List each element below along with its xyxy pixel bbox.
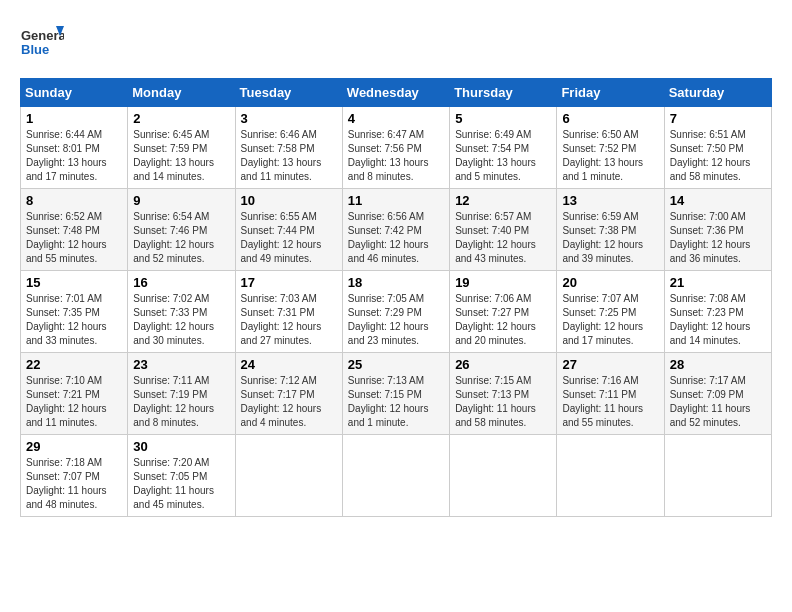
calendar-week-3: 15Sunrise: 7:01 AM Sunset: 7:35 PM Dayli…: [21, 270, 772, 352]
logo-container: General Blue: [20, 20, 64, 68]
day-number: 9: [133, 193, 229, 208]
day-number: 22: [26, 357, 122, 372]
day-info: Sunrise: 6:44 AM Sunset: 8:01 PM Dayligh…: [26, 128, 122, 184]
calendar-cell: [450, 434, 557, 516]
day-info: Sunrise: 6:59 AM Sunset: 7:38 PM Dayligh…: [562, 210, 658, 266]
day-number: 12: [455, 193, 551, 208]
calendar-cell: 7Sunrise: 6:51 AM Sunset: 7:50 PM Daylig…: [664, 106, 771, 188]
weekday-header-friday: Friday: [557, 78, 664, 106]
day-number: 30: [133, 439, 229, 454]
calendar-body: 1Sunrise: 6:44 AM Sunset: 8:01 PM Daylig…: [21, 106, 772, 516]
calendar-cell: 27Sunrise: 7:16 AM Sunset: 7:11 PM Dayli…: [557, 352, 664, 434]
calendar-cell: 8Sunrise: 6:52 AM Sunset: 7:48 PM Daylig…: [21, 188, 128, 270]
calendar-cell: 19Sunrise: 7:06 AM Sunset: 7:27 PM Dayli…: [450, 270, 557, 352]
day-info: Sunrise: 7:20 AM Sunset: 7:05 PM Dayligh…: [133, 456, 229, 512]
day-info: Sunrise: 6:50 AM Sunset: 7:52 PM Dayligh…: [562, 128, 658, 184]
day-number: 24: [241, 357, 337, 372]
day-info: Sunrise: 6:49 AM Sunset: 7:54 PM Dayligh…: [455, 128, 551, 184]
day-number: 7: [670, 111, 766, 126]
calendar-cell: 26Sunrise: 7:15 AM Sunset: 7:13 PM Dayli…: [450, 352, 557, 434]
calendar-cell: 21Sunrise: 7:08 AM Sunset: 7:23 PM Dayli…: [664, 270, 771, 352]
day-number: 16: [133, 275, 229, 290]
calendar-cell: 24Sunrise: 7:12 AM Sunset: 7:17 PM Dayli…: [235, 352, 342, 434]
day-info: Sunrise: 6:54 AM Sunset: 7:46 PM Dayligh…: [133, 210, 229, 266]
day-number: 8: [26, 193, 122, 208]
day-number: 2: [133, 111, 229, 126]
calendar-cell: 6Sunrise: 6:50 AM Sunset: 7:52 PM Daylig…: [557, 106, 664, 188]
day-number: 4: [348, 111, 444, 126]
calendar-cell: 4Sunrise: 6:47 AM Sunset: 7:56 PM Daylig…: [342, 106, 449, 188]
day-info: Sunrise: 6:45 AM Sunset: 7:59 PM Dayligh…: [133, 128, 229, 184]
day-info: Sunrise: 7:18 AM Sunset: 7:07 PM Dayligh…: [26, 456, 122, 512]
day-number: 27: [562, 357, 658, 372]
calendar-cell: 25Sunrise: 7:13 AM Sunset: 7:15 PM Dayli…: [342, 352, 449, 434]
day-info: Sunrise: 7:02 AM Sunset: 7:33 PM Dayligh…: [133, 292, 229, 348]
calendar-cell: [664, 434, 771, 516]
day-number: 17: [241, 275, 337, 290]
day-info: Sunrise: 7:10 AM Sunset: 7:21 PM Dayligh…: [26, 374, 122, 430]
calendar-cell: [342, 434, 449, 516]
day-info: Sunrise: 6:46 AM Sunset: 7:58 PM Dayligh…: [241, 128, 337, 184]
svg-text:General: General: [21, 28, 64, 43]
calendar-cell: 28Sunrise: 7:17 AM Sunset: 7:09 PM Dayli…: [664, 352, 771, 434]
page-header: General Blue: [20, 20, 772, 68]
day-number: 19: [455, 275, 551, 290]
day-number: 11: [348, 193, 444, 208]
calendar-cell: 11Sunrise: 6:56 AM Sunset: 7:42 PM Dayli…: [342, 188, 449, 270]
day-number: 3: [241, 111, 337, 126]
calendar-cell: 5Sunrise: 6:49 AM Sunset: 7:54 PM Daylig…: [450, 106, 557, 188]
weekday-header-row: SundayMondayTuesdayWednesdayThursdayFrid…: [21, 78, 772, 106]
day-number: 10: [241, 193, 337, 208]
day-number: 14: [670, 193, 766, 208]
weekday-header-tuesday: Tuesday: [235, 78, 342, 106]
day-info: Sunrise: 6:47 AM Sunset: 7:56 PM Dayligh…: [348, 128, 444, 184]
day-number: 13: [562, 193, 658, 208]
calendar-week-2: 8Sunrise: 6:52 AM Sunset: 7:48 PM Daylig…: [21, 188, 772, 270]
calendar-cell: 18Sunrise: 7:05 AM Sunset: 7:29 PM Dayli…: [342, 270, 449, 352]
calendar-cell: 3Sunrise: 6:46 AM Sunset: 7:58 PM Daylig…: [235, 106, 342, 188]
calendar-cell: [557, 434, 664, 516]
day-number: 29: [26, 439, 122, 454]
day-info: Sunrise: 7:11 AM Sunset: 7:19 PM Dayligh…: [133, 374, 229, 430]
calendar-cell: 22Sunrise: 7:10 AM Sunset: 7:21 PM Dayli…: [21, 352, 128, 434]
calendar-cell: 1Sunrise: 6:44 AM Sunset: 8:01 PM Daylig…: [21, 106, 128, 188]
day-info: Sunrise: 6:57 AM Sunset: 7:40 PM Dayligh…: [455, 210, 551, 266]
logo: General Blue: [20, 20, 64, 68]
day-info: Sunrise: 7:16 AM Sunset: 7:11 PM Dayligh…: [562, 374, 658, 430]
calendar-cell: 16Sunrise: 7:02 AM Sunset: 7:33 PM Dayli…: [128, 270, 235, 352]
calendar-cell: 12Sunrise: 6:57 AM Sunset: 7:40 PM Dayli…: [450, 188, 557, 270]
calendar-week-5: 29Sunrise: 7:18 AM Sunset: 7:07 PM Dayli…: [21, 434, 772, 516]
calendar-cell: 17Sunrise: 7:03 AM Sunset: 7:31 PM Dayli…: [235, 270, 342, 352]
weekday-header-thursday: Thursday: [450, 78, 557, 106]
day-info: Sunrise: 7:13 AM Sunset: 7:15 PM Dayligh…: [348, 374, 444, 430]
calendar-week-4: 22Sunrise: 7:10 AM Sunset: 7:21 PM Dayli…: [21, 352, 772, 434]
day-number: 5: [455, 111, 551, 126]
calendar-cell: 20Sunrise: 7:07 AM Sunset: 7:25 PM Dayli…: [557, 270, 664, 352]
svg-text:Blue: Blue: [21, 42, 49, 57]
day-info: Sunrise: 7:06 AM Sunset: 7:27 PM Dayligh…: [455, 292, 551, 348]
day-number: 26: [455, 357, 551, 372]
calendar-table: SundayMondayTuesdayWednesdayThursdayFrid…: [20, 78, 772, 517]
day-info: Sunrise: 6:56 AM Sunset: 7:42 PM Dayligh…: [348, 210, 444, 266]
day-number: 15: [26, 275, 122, 290]
day-info: Sunrise: 6:51 AM Sunset: 7:50 PM Dayligh…: [670, 128, 766, 184]
weekday-header-sunday: Sunday: [21, 78, 128, 106]
calendar-cell: 15Sunrise: 7:01 AM Sunset: 7:35 PM Dayli…: [21, 270, 128, 352]
day-number: 6: [562, 111, 658, 126]
day-info: Sunrise: 7:01 AM Sunset: 7:35 PM Dayligh…: [26, 292, 122, 348]
calendar-week-1: 1Sunrise: 6:44 AM Sunset: 8:01 PM Daylig…: [21, 106, 772, 188]
calendar-cell: 29Sunrise: 7:18 AM Sunset: 7:07 PM Dayli…: [21, 434, 128, 516]
day-info: Sunrise: 7:07 AM Sunset: 7:25 PM Dayligh…: [562, 292, 658, 348]
calendar-cell: 30Sunrise: 7:20 AM Sunset: 7:05 PM Dayli…: [128, 434, 235, 516]
day-info: Sunrise: 7:12 AM Sunset: 7:17 PM Dayligh…: [241, 374, 337, 430]
day-number: 21: [670, 275, 766, 290]
day-number: 25: [348, 357, 444, 372]
day-info: Sunrise: 7:15 AM Sunset: 7:13 PM Dayligh…: [455, 374, 551, 430]
calendar-header: SundayMondayTuesdayWednesdayThursdayFrid…: [21, 78, 772, 106]
day-info: Sunrise: 7:00 AM Sunset: 7:36 PM Dayligh…: [670, 210, 766, 266]
day-number: 23: [133, 357, 229, 372]
day-number: 20: [562, 275, 658, 290]
logo-graphic: General Blue: [20, 20, 64, 64]
day-info: Sunrise: 6:55 AM Sunset: 7:44 PM Dayligh…: [241, 210, 337, 266]
weekday-header-wednesday: Wednesday: [342, 78, 449, 106]
